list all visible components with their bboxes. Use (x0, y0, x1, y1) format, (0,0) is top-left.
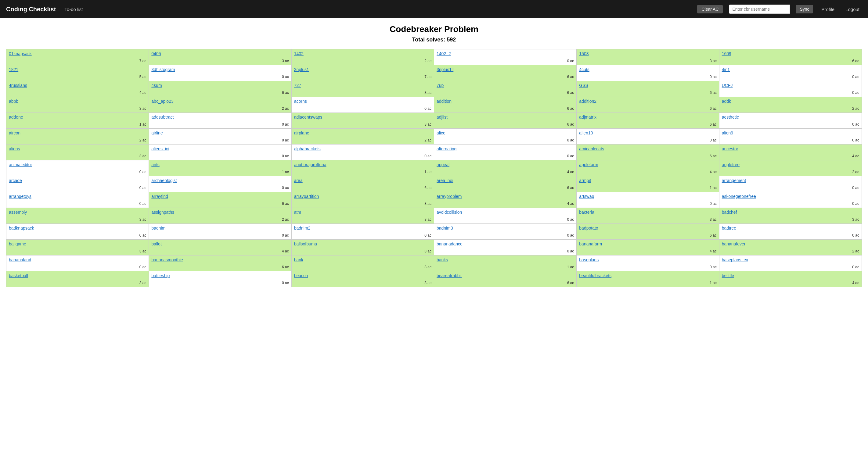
problem-link[interactable]: badnim (151, 226, 289, 231)
problem-link[interactable]: 4cuts (579, 67, 716, 72)
problem-link[interactable]: arrayproblem (437, 194, 574, 199)
problem-link[interactable]: 1609 (722, 51, 859, 56)
problem-link[interactable]: anutforajaroftuna (294, 162, 431, 167)
problem-link[interactable]: area_noi (437, 178, 574, 183)
problem-link[interactable]: bacteria (579, 210, 716, 215)
nav-todo-list[interactable]: To-do list (62, 5, 85, 13)
problem-link[interactable]: archaeologist (151, 178, 289, 183)
problem-link[interactable]: baseplans (579, 257, 716, 262)
problem-link[interactable]: bananasmoothie (151, 257, 289, 262)
problem-link[interactable]: alien10 (579, 131, 716, 135)
problem-link[interactable]: badknapsack (9, 226, 146, 231)
cbr-username-input[interactable] (729, 5, 790, 14)
problem-link[interactable]: adjlist (437, 115, 574, 120)
problem-link[interactable]: belittle (722, 273, 859, 278)
problem-link[interactable]: adjmatrix (579, 115, 716, 120)
problem-link[interactable]: amicablecats (579, 146, 716, 151)
problem-link[interactable]: alien9 (722, 131, 859, 135)
problem-link[interactable]: animaleditor (9, 162, 146, 167)
problem-link[interactable]: aircon (9, 131, 146, 135)
problem-link[interactable]: artswap (579, 194, 716, 199)
problem-link[interactable]: arraypartition (294, 194, 431, 199)
problem-link[interactable]: ancestor (722, 146, 859, 151)
problem-link[interactable]: bananafarm (579, 241, 716, 246)
clear-ac-button[interactable]: Clear AC (697, 5, 723, 13)
problem-link[interactable]: 4sum (151, 83, 289, 88)
problem-link[interactable]: aliens_ioi (151, 146, 289, 151)
problem-link[interactable]: bananaland (9, 257, 146, 262)
problem-link[interactable]: badpotato (579, 226, 716, 231)
problem-link[interactable]: addition2 (579, 99, 716, 104)
problem-link[interactable]: airplane (294, 131, 431, 135)
logout-link[interactable]: Logout (843, 5, 862, 13)
problem-link[interactable]: armpit (579, 178, 716, 183)
sync-button[interactable]: Sync (796, 5, 813, 13)
problem-link[interactable]: GSS (579, 83, 716, 88)
problem-link[interactable]: arrangement (722, 178, 859, 183)
problem-link[interactable]: 3dhistogram (151, 67, 289, 72)
problem-link[interactable]: badnim3 (437, 226, 574, 231)
problem-link[interactable]: bank (294, 257, 431, 262)
problem-link[interactable]: beautifulbrackets (579, 273, 716, 278)
problem-link[interactable]: 1402 (294, 51, 431, 56)
problem-link[interactable]: badchef (722, 210, 859, 215)
problem-cell: 01knapsack7 ac (6, 49, 149, 65)
problem-link[interactable]: badnim2 (294, 226, 431, 231)
problem-link[interactable]: aliens (9, 146, 146, 151)
problem-link[interactable]: addk (722, 99, 859, 104)
problem-link[interactable]: basketball (9, 273, 146, 278)
problem-link[interactable]: avoidcollision (437, 210, 574, 215)
problem-link[interactable]: adjacentswaps (294, 115, 431, 120)
problem-link[interactable]: alternating (437, 146, 574, 151)
problem-link[interactable]: bananafever (722, 241, 859, 246)
problem-link[interactable]: ballot (151, 241, 289, 246)
problem-link[interactable]: 1821 (9, 67, 146, 72)
problem-link[interactable]: 3nplus1ll (437, 67, 574, 72)
problem-link[interactable]: beareatrabbit (437, 273, 574, 278)
problem-link[interactable]: alphabrackets (294, 146, 431, 151)
problem-link[interactable]: abbb (9, 99, 146, 104)
problem-link[interactable]: acorns (294, 99, 431, 104)
profile-link[interactable]: Profile (819, 5, 837, 13)
problem-cell: beautifulbrackets1 ac (577, 271, 719, 287)
problem-link[interactable]: arrayfind (151, 194, 289, 199)
problem-link[interactable]: alice (437, 131, 574, 135)
problem-link[interactable]: bananadance (437, 241, 574, 246)
problem-link[interactable]: abc_apio23 (151, 99, 289, 104)
problem-link[interactable]: 4in1 (722, 67, 859, 72)
ac-count: 6 ac (579, 154, 716, 158)
problem-link[interactable]: addsubtract (151, 115, 289, 120)
problem-link[interactable]: airline (151, 131, 289, 135)
problem-link[interactable]: aesthetic (722, 115, 859, 120)
problem-link[interactable]: badtree (722, 226, 859, 231)
problem-link[interactable]: 7up (437, 83, 574, 88)
problem-link[interactable]: ballgame (9, 241, 146, 246)
problem-link[interactable]: ants (151, 162, 289, 167)
problem-link[interactable]: area (294, 178, 431, 183)
problem-link[interactable]: 727 (294, 83, 431, 88)
problem-link[interactable]: ballsofbuma (294, 241, 431, 246)
problem-link[interactable]: addone (9, 115, 146, 120)
problem-link[interactable]: appletree (722, 162, 859, 167)
problem-link[interactable]: battleship (151, 273, 289, 278)
problem-link[interactable]: assembly (9, 210, 146, 215)
ac-count: 3 ac (294, 249, 431, 253)
problem-link[interactable]: beacon (294, 273, 431, 278)
problem-link[interactable]: arrangetoys (9, 194, 146, 199)
problem-link[interactable]: UCFJ (722, 83, 859, 88)
problem-link[interactable]: atm (294, 210, 431, 215)
problem-link[interactable]: addition (437, 99, 574, 104)
problem-link[interactable]: assignpaths (151, 210, 289, 215)
problem-link[interactable]: 3nplus1 (294, 67, 431, 72)
problem-link[interactable]: 4russians (9, 83, 146, 88)
problem-link[interactable]: 1402_2 (437, 51, 574, 56)
problem-link[interactable]: askonegetonefree (722, 194, 859, 199)
problem-link[interactable]: 1503 (579, 51, 716, 56)
problem-link[interactable]: 01knapsack (9, 51, 146, 56)
problem-link[interactable]: banks (437, 257, 574, 262)
problem-link[interactable]: appeal (437, 162, 574, 167)
problem-link[interactable]: arcade (9, 178, 146, 183)
problem-link[interactable]: 0405 (151, 51, 289, 56)
problem-link[interactable]: baseplans_ex (722, 257, 859, 262)
problem-link[interactable]: applefarm (579, 162, 716, 167)
